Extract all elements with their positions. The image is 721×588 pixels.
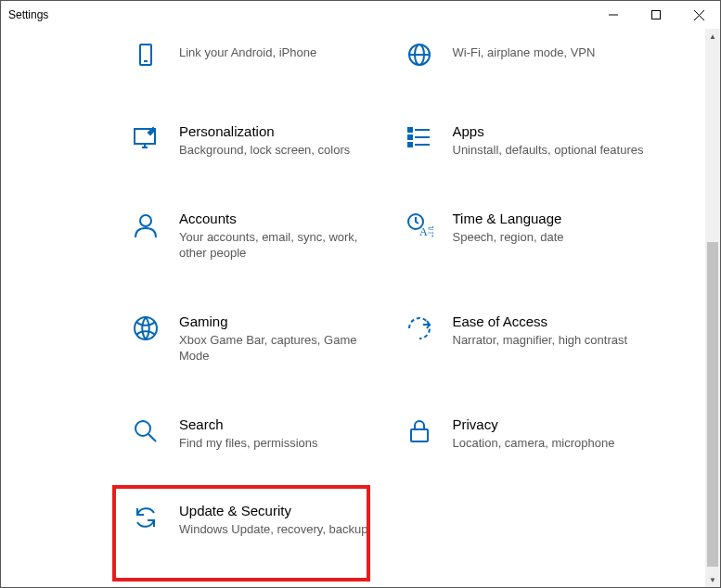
scroll-up-icon[interactable]: ▲	[705, 29, 720, 44]
tile-phone[interactable]: Link your Android, iPhone	[131, 38, 405, 75]
tile-privacy[interactable]: Privacy Location, camera, microphone	[405, 413, 678, 455]
phone-icon	[131, 42, 161, 71]
time-language-icon: A字	[405, 211, 434, 240]
tile-sub: Narrator, magnifier, high contrast	[453, 332, 660, 349]
tile-accounts[interactable]: Accounts Your accounts, email, sync, wor…	[131, 207, 405, 265]
accounts-icon	[131, 211, 161, 240]
window-title: Settings	[8, 8, 48, 21]
minimize-button[interactable]	[592, 1, 635, 29]
svg-rect-11	[408, 135, 412, 139]
close-icon	[694, 10, 704, 20]
tile-title: Personalization	[179, 123, 386, 139]
settings-grid: Link your Android, iPhone Wi-Fi, airplan…	[1, 29, 705, 542]
globe-icon	[405, 42, 434, 71]
tile-sub: Speech, region, date	[453, 229, 660, 246]
svg-rect-9	[408, 128, 412, 132]
personalization-icon	[131, 123, 161, 153]
apps-icon	[405, 123, 434, 153]
content-area: Link your Android, iPhone Wi-Fi, airplan…	[1, 29, 705, 587]
tile-time-language[interactable]: A字 Time & Language Speech, region, date	[405, 207, 678, 265]
tile-title: Search	[179, 416, 386, 432]
svg-point-18	[135, 317, 157, 339]
svg-line-20	[148, 434, 156, 441]
tile-search[interactable]: Search Find my files, permissions	[131, 413, 405, 455]
update-security-icon	[131, 503, 161, 532]
scroll-thumb[interactable]	[707, 242, 718, 567]
tile-gaming[interactable]: Gaming Xbox Game Bar, captures, Game Mod…	[131, 310, 405, 368]
tile-sub: Wi-Fi, airplane mode, VPN	[453, 45, 660, 61]
privacy-icon	[405, 416, 434, 446]
tile-sub: Location, camera, microphone	[453, 435, 660, 452]
tile-sub: Windows Update, recovery, backup	[179, 521, 386, 538]
tile-network[interactable]: Wi-Fi, airplane mode, VPN	[405, 38, 678, 75]
tile-sub: Find my files, permissions	[179, 435, 386, 452]
close-button[interactable]	[677, 1, 720, 29]
tile-sub: Uninstall, defaults, optional features	[453, 142, 660, 159]
tile-title: Gaming	[179, 313, 386, 329]
titlebar: Settings	[1, 1, 720, 29]
svg-rect-0	[652, 11, 661, 19]
tile-ease-of-access[interactable]: Ease of Access Narrator, magnifier, high…	[405, 310, 678, 368]
scroll-down-icon[interactable]: ▼	[705, 572, 720, 587]
svg-rect-13	[408, 143, 412, 147]
svg-point-19	[135, 421, 150, 436]
tile-sub: Link your Android, iPhone	[179, 45, 386, 61]
svg-rect-21	[411, 429, 428, 441]
tile-title: Update & Security	[179, 503, 386, 518]
scrollbar[interactable]: ▲ ▼	[705, 29, 720, 587]
tile-update-security[interactable]: Update & Security Windows Update, recove…	[131, 499, 405, 542]
gaming-icon	[131, 313, 161, 343]
tile-title: Accounts	[179, 211, 386, 226]
tile-apps[interactable]: Apps Uninstall, defaults, optional featu…	[405, 120, 678, 162]
tile-personalization[interactable]: Personalization Background, lock screen,…	[131, 120, 405, 162]
svg-text:A字: A字	[419, 225, 433, 238]
tile-sub: Xbox Game Bar, captures, Game Mode	[179, 332, 386, 364]
ease-of-access-icon	[405, 313, 434, 343]
svg-point-15	[140, 215, 151, 226]
maximize-icon	[651, 10, 661, 19]
tile-title: Ease of Access	[453, 313, 660, 329]
tile-title: Privacy	[453, 416, 660, 432]
search-icon	[131, 416, 161, 446]
maximize-button[interactable]	[635, 1, 677, 29]
minimize-icon	[609, 10, 618, 19]
tile-sub: Your accounts, email, sync, work, other …	[179, 229, 386, 262]
tile-title: Apps	[453, 123, 660, 139]
tile-title: Time & Language	[453, 211, 660, 226]
tile-sub: Background, lock screen, colors	[179, 142, 386, 159]
